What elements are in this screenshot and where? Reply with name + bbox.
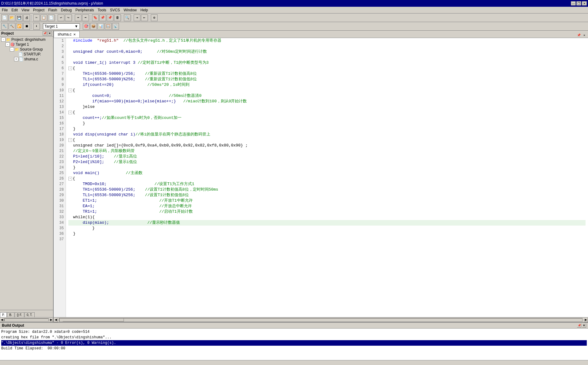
code-line-11[interactable]: count=0; //50ms计数器清0	[68, 93, 586, 99]
code-line-28[interactable]: TH1=(65536-50000)/256; //设置T1计数初值高8位，定时时…	[68, 187, 586, 192]
build-line[interactable]: Program Size: data=22.0 xdata=0 code=514	[1, 329, 587, 335]
code-line-20[interactable]: unsigned char led[]={0xc0,0xf9,0xa4,0xb0…	[68, 143, 586, 148]
code-line-8[interactable]: TL1=(65536-50000)%256; //重新设置T1计数初值低8位	[68, 77, 586, 82]
tab-pin-button[interactable]: 📌	[576, 33, 581, 38]
close-button[interactable]: ✕	[582, 1, 587, 6]
code-line-7[interactable]: TH1=(65536-50000)/256; //重新设置T1计数初值高8位	[68, 71, 586, 77]
project-expander[interactable]: -	[1, 37, 6, 42]
code-line-34[interactable]: disp(miao); //显示秒计数器值	[68, 220, 586, 226]
tree-item-startup[interactable]: 📄 STARTUP.	[0, 52, 53, 57]
code-line-36[interactable]: }	[68, 231, 586, 237]
code-line-6[interactable]: -{	[68, 66, 586, 71]
tree-item-target[interactable]: - 🎯 Target 1	[0, 42, 53, 47]
paste-button[interactable]: 📄	[48, 14, 55, 21]
build-line[interactable]: Build Time Elapsed: 00:00:00	[1, 346, 587, 351]
code-line-1[interactable]: #include "reg51.h" //包含头文件reg51.h，定义了51单…	[68, 38, 586, 44]
tab-templates[interactable]: 0, T.	[25, 312, 35, 317]
code-line-29[interactable]: TL1=(65536-50000)%256; //设置T1计数初值低8位	[68, 192, 586, 198]
cut-button[interactable]: ✂	[33, 14, 40, 21]
new-file-button[interactable]: 📄	[1, 14, 8, 21]
menu-item-help[interactable]: Help	[139, 7, 150, 13]
manage-components-button[interactable]: 📦	[90, 23, 97, 30]
editor-scroll-right-button[interactable]: ▶	[584, 318, 588, 322]
scroll-left-button[interactable]: ◀	[0, 318, 4, 322]
open-button[interactable]: 📂	[9, 14, 15, 21]
tree-item-source-group[interactable]: - 📁 Source Group	[0, 47, 53, 52]
fold-icon-6[interactable]: -	[68, 67, 72, 70]
target-dropdown[interactable]: Target 1 ▼	[43, 23, 80, 29]
code-content[interactable]: #include "reg51.h" //包含头文件reg51.h，定义了51单…	[66, 38, 588, 317]
nav-forward-button[interactable]: ➡	[82, 14, 89, 21]
code-line-16[interactable]: }	[68, 121, 586, 126]
code-line-13[interactable]: }else	[68, 104, 586, 110]
code-line-14[interactable]: -{	[68, 110, 586, 115]
scroll-right-button[interactable]: ▶	[49, 318, 53, 322]
sidebar-hscroll[interactable]: ◀ ▶	[0, 317, 53, 322]
code-line-19[interactable]: -{	[68, 137, 586, 143]
bookmark-button[interactable]: 🔖	[92, 14, 99, 21]
tab-functions[interactable]: {} F.	[15, 312, 24, 317]
tree-item-project[interactable]: - 📁 Project: dingshishum	[0, 37, 53, 42]
tab-close-all-button[interactable]: ✕	[582, 33, 587, 38]
code-line-12[interactable]: if(miao==100){miao=0;}else{miao++;} //mi…	[68, 99, 586, 104]
fold-icon-10[interactable]: -	[68, 89, 72, 92]
code-line-33[interactable]: while(1){	[68, 215, 586, 220]
shuma-expander[interactable]: +	[14, 57, 18, 61]
code-line-32[interactable]: TR1=1; //启动T1开始计数	[68, 209, 586, 215]
code-line-22[interactable]: P1=led[i/10]; //显示i高位	[68, 154, 586, 159]
undo-button[interactable]: ↩	[58, 14, 64, 21]
tab-books[interactable]: B.	[7, 312, 14, 317]
rebuild-button[interactable]: 🔁	[16, 23, 23, 30]
code-line-18[interactable]: void disp(unsigned char i)//将i的值显示在两个静态连…	[68, 132, 586, 137]
code-line-15[interactable]: count++;//如果count等于1s时为0，否则count加一	[68, 115, 586, 121]
code-line-2[interactable]	[68, 44, 586, 49]
tab-shuma-c[interactable]: shuma.c ✕	[54, 31, 80, 38]
code-line-17[interactable]: }	[68, 126, 586, 132]
code-line-3[interactable]: unsigned char count=0,miao=0; //对50ms定时时…	[68, 49, 586, 55]
code-line-4[interactable]	[68, 55, 586, 60]
code-line-10[interactable]: -{	[68, 88, 586, 93]
nav-back-button[interactable]: ⬅	[75, 14, 82, 21]
menu-item-project[interactable]: Project	[31, 7, 46, 13]
code-line-35[interactable]: }	[68, 226, 586, 231]
menu-item-edit[interactable]: Edit	[10, 7, 20, 13]
copy-button[interactable]: 📋	[40, 14, 47, 21]
build-output-close-button[interactable]: ✕	[582, 323, 586, 328]
minimize-button[interactable]: —	[571, 1, 576, 6]
build-button[interactable]: 🔨	[9, 23, 15, 30]
find-button[interactable]: 🔍	[124, 14, 131, 21]
tab-project[interactable]: P.	[0, 312, 7, 317]
code-line-23[interactable]: P2=led[i%10]; //显示i低位	[68, 159, 586, 165]
code-line-21[interactable]: //定义0～9显示码，共阳极数码管	[68, 148, 586, 154]
code-line-9[interactable]: if(count==20) //50ms*20，1s时间到	[68, 82, 586, 88]
indent-button[interactable]: ⇥	[134, 14, 140, 21]
code-line-30[interactable]: ET1=1; //开放T1中断允许	[68, 198, 586, 203]
save-all-button[interactable]: 🖨	[23, 14, 30, 21]
code-line-31[interactable]: EA=1; //开放总中断允许	[68, 203, 586, 209]
sidebar-close-button[interactable]: ✕	[48, 31, 52, 36]
fold-icon-14[interactable]: -	[68, 111, 72, 114]
code-line-27[interactable]: TMOD=0x10; //设置T1为工作方式1	[68, 181, 586, 187]
sidebar-pin-button[interactable]: 📌	[43, 31, 47, 36]
menu-item-peripherals[interactable]: Peripherals	[74, 7, 96, 13]
bookmark-clear-button[interactable]: 🗑	[114, 14, 121, 21]
bookmark-prev-button[interactable]: 📌	[107, 14, 113, 21]
menu-item-svcs[interactable]: SVCS	[108, 7, 122, 13]
editor-scroll-thumb[interactable]	[63, 318, 124, 321]
tree-item-shuma[interactable]: + 📄 shuma.c	[0, 57, 53, 62]
settings-button[interactable]: ⚙	[151, 14, 158, 21]
editor-scroll-track[interactable]	[59, 318, 582, 322]
download-button[interactable]: ⬇	[33, 23, 40, 30]
source-group-expander[interactable]: -	[10, 47, 14, 51]
menu-item-view[interactable]: View	[20, 7, 31, 13]
target-select-button[interactable]: 🎯	[83, 23, 90, 30]
menu-item-flash[interactable]: Flash	[46, 7, 59, 13]
build-hscroll[interactable]	[0, 360, 588, 365]
target-options-button[interactable]: 🔧	[1, 23, 8, 30]
build-line[interactable]: ".\Objects\dingshishuma" - 0 Error(s), 0…	[1, 340, 587, 346]
fold-icon-26[interactable]: -	[68, 177, 72, 181]
menu-item-debug[interactable]: Debug	[59, 7, 74, 13]
bookmark-next-button[interactable]: 📌	[99, 14, 106, 21]
build-line[interactable]: creating hex file from ".\Objects\dingsh…	[1, 335, 587, 340]
serial-window-button[interactable]: 📡	[112, 23, 119, 30]
